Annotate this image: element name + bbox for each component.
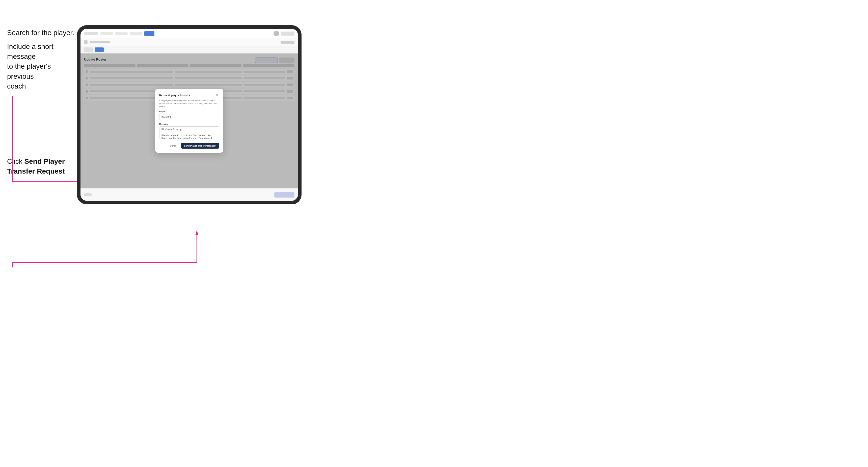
annotation-area: Search for the player. Include a short m… xyxy=(0,0,76,467)
header-right xyxy=(274,31,294,36)
nav-item-2 xyxy=(115,32,128,35)
modal-description: If the player is transferring from anoth… xyxy=(159,99,219,108)
sub-header-action[interactable] xyxy=(281,41,294,44)
bottom-button[interactable] xyxy=(274,192,294,197)
modal-close-button[interactable]: ✕ xyxy=(215,93,219,97)
message-textarea[interactable]: Hi Coach McHarg, Please accept this tran… xyxy=(159,126,219,139)
tab-bar xyxy=(81,46,298,54)
nav-item-active[interactable] xyxy=(144,31,154,36)
player-input[interactable] xyxy=(159,114,219,120)
app-logo xyxy=(84,32,98,35)
tablet-screen: Update Roster xyxy=(81,29,298,201)
message-field-label: Message xyxy=(159,123,219,125)
modal-footer: Cancel Send Player Transfer Request xyxy=(159,143,219,149)
modal-title: Request player transfer xyxy=(159,94,190,97)
user-avatar xyxy=(274,31,279,36)
annotation-send: Click Send PlayerTransfer Request xyxy=(7,156,75,176)
cancel-button[interactable]: Cancel xyxy=(168,144,179,148)
app-nav xyxy=(100,31,271,36)
header-button[interactable] xyxy=(281,32,294,36)
sub-header xyxy=(81,38,298,46)
bottom-bar xyxy=(81,188,298,201)
annotation-message: Include a short messageto the player's p… xyxy=(7,42,75,91)
tablet-device: Update Roster xyxy=(77,25,302,205)
modal-overlay: Request player transfer ✕ If the player … xyxy=(81,54,298,188)
modal-header: Request player transfer ✕ xyxy=(159,93,219,97)
player-field-label: Player xyxy=(159,110,219,113)
tab-item-1[interactable] xyxy=(84,48,93,52)
bottom-left-text xyxy=(84,193,92,196)
request-transfer-modal: Request player transfer ✕ If the player … xyxy=(155,89,223,153)
breadcrumb-icon xyxy=(84,40,88,44)
app-header xyxy=(81,29,298,38)
tab-item-active[interactable] xyxy=(95,48,104,52)
nav-item-3 xyxy=(130,32,142,35)
svg-marker-6 xyxy=(195,230,198,235)
nav-item-1 xyxy=(100,32,113,35)
send-transfer-button[interactable]: Send Player Transfer Request xyxy=(181,143,219,149)
annotation-search: Search for the player. xyxy=(7,28,74,38)
main-content: Update Roster xyxy=(81,54,298,188)
breadcrumb-text xyxy=(90,41,110,43)
